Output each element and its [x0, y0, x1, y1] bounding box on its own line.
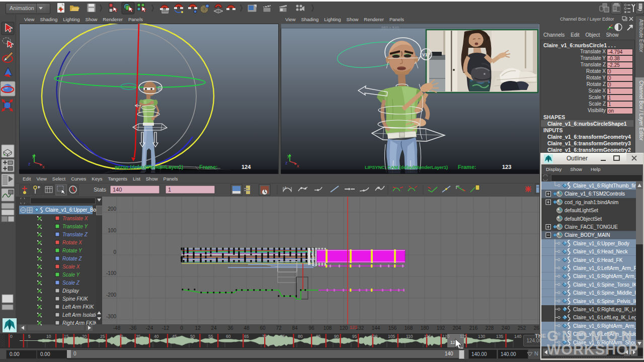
svg-text:120: 120 — [340, 325, 348, 331]
svg-text:Claire_v1_6:Spine_Torso_IK: Claire_v1_6:Spine_Torso_IK — [573, 282, 636, 288]
svg-text:cod_rig_inah1:bindAnim: cod_rig_inah1:bindAnim — [565, 200, 618, 205]
svg-text:10: 10 — [46, 334, 51, 339]
svg-text:-300: -300 — [106, 314, 116, 319]
svg-text:x: x — [297, 163, 299, 168]
svg-text:Rotate Z: Rotate Z — [62, 256, 82, 261]
svg-text:Spine FKIK: Spine FKIK — [62, 296, 89, 302]
svg-text:48: 48 — [244, 325, 250, 331]
svg-text:75: 75 — [280, 334, 285, 339]
svg-text:105: 105 — [388, 334, 395, 339]
svg-text:Frame:: Frame: — [199, 164, 218, 170]
svg-text:1: 1 — [168, 187, 171, 193]
svg-text:50: 50 — [190, 334, 195, 339]
svg-text:12: 12 — [195, 325, 201, 331]
svg-text:A: A — [284, 186, 287, 190]
svg-text:120: 120 — [442, 334, 449, 339]
svg-text:z: z — [285, 160, 288, 165]
svg-text:defaultObjectSet: defaultObjectSet — [565, 216, 602, 222]
svg-text:0: 0 — [10, 334, 13, 339]
svg-text:-36: -36 — [129, 325, 137, 331]
svg-text:Claire_FACE_TONGUE: Claire_FACE_TONGUE — [565, 224, 618, 230]
svg-text:Claire_v1_6:LeftLeg_IK_Leg: Claire_v1_6:LeftLeg_IK_Leg — [573, 315, 636, 320]
svg-text:200: 200 — [108, 206, 116, 212]
svg-text:24: 24 — [211, 325, 217, 331]
svg-text:Left Arm Isolation: Left Arm Isolation — [62, 312, 96, 318]
svg-text:228: 228 — [486, 325, 494, 331]
svg-text:-24: -24 — [146, 325, 153, 331]
svg-text:20: 20 — [82, 334, 87, 339]
svg-text:15: 15 — [64, 334, 69, 339]
svg-text:-100: -100 — [106, 270, 116, 276]
svg-text:90: 90 — [334, 334, 339, 339]
svg-text:y: y — [287, 153, 290, 158]
svg-text:85: 85 — [316, 334, 321, 339]
svg-text:Claire_v1_6:LeftArm_Arm_Pol: Claire_v1_6:LeftArm_Arm_Pol — [573, 265, 636, 271]
svg-text:Claire_BODY_MAIN: Claire_BODY_MAIN — [565, 232, 610, 238]
svg-text:80: 80 — [298, 334, 303, 339]
svg-text:Claire_v1_6:Upper_Body: Claire_v1_6:Upper_Body — [573, 241, 629, 246]
svg-text:Scale Z: Scale Z — [62, 280, 80, 286]
svg-text:264: 264 — [534, 325, 539, 331]
svg-text:144: 144 — [372, 325, 380, 331]
svg-text:persp (defaultRenderLayer1): persp (defaultRenderLayer1) — [115, 164, 183, 170]
svg-text:124: 124 — [242, 164, 251, 170]
svg-text:Claire_v1_6:RightThumb_finge: Claire_v1_6:RightThumb_finge — [573, 183, 636, 189]
svg-text:5: 5 — [28, 334, 31, 339]
svg-text:Claire_v1_6:RightLeg_IK_Leg: Claire_v1_6:RightLeg_IK_Leg — [573, 307, 636, 312]
svg-text:0: 0 — [180, 325, 183, 331]
svg-text:Scale X: Scale X — [62, 264, 80, 269]
svg-text:-12: -12 — [162, 325, 170, 331]
svg-text:defaultLightSet: defaultLightSet — [565, 208, 598, 213]
svg-text:35: 35 — [136, 334, 141, 339]
svg-text:180: 180 — [421, 325, 429, 331]
svg-text:125: 125 — [460, 334, 467, 339]
svg-text:240: 240 — [502, 325, 510, 331]
svg-text:y: y — [32, 153, 35, 158]
svg-text:84: 84 — [292, 325, 298, 331]
svg-text:252: 252 — [518, 325, 526, 331]
svg-text:Claire_v1_6:TSM2Controls: Claire_v1_6:TSM2Controls — [565, 191, 625, 197]
svg-text:60: 60 — [226, 334, 231, 339]
svg-text:Claire_v1_6:Head_Neck: Claire_v1_6:Head_Neck — [573, 249, 628, 254]
svg-text:LIPSYNC_CAM (defaultRenderLaye: LIPSYNC_CAM (defaultRenderLayer1) — [365, 164, 448, 170]
svg-text:Translate X: Translate X — [62, 216, 88, 221]
svg-text:0: 0 — [113, 249, 116, 255]
svg-text:72: 72 — [276, 325, 282, 331]
svg-text:130: 130 — [478, 334, 485, 339]
svg-text:40: 40 — [154, 334, 159, 339]
svg-text:Claire_v1_6:RightArm_Arm_Po: Claire_v1_6:RightArm_Arm_Po — [573, 274, 636, 279]
svg-text:z: z — [28, 161, 31, 166]
svg-text:108: 108 — [324, 325, 332, 331]
svg-text:Display: Display — [62, 288, 79, 294]
svg-text:115: 115 — [424, 334, 431, 339]
svg-text:110: 110 — [406, 334, 413, 339]
svg-text:36: 36 — [227, 325, 233, 331]
svg-text:140: 140 — [113, 187, 122, 193]
svg-text:x: x — [42, 164, 45, 169]
svg-text:192: 192 — [437, 325, 445, 331]
svg-text:-48: -48 — [113, 325, 121, 331]
svg-text:MAYA: MAYA — [5, 329, 13, 332]
svg-text:30: 30 — [118, 334, 123, 339]
svg-text:45: 45 — [172, 334, 177, 339]
svg-text:60: 60 — [260, 325, 266, 331]
svg-text:216: 216 — [469, 325, 478, 331]
svg-text:Claire_v1_6:Head_FK: Claire_v1_6:Head_FK — [573, 257, 623, 263]
svg-text:123: 123 — [350, 325, 357, 330]
svg-text:Stats: Stats — [94, 187, 107, 193]
svg-text:Translate Z: Translate Z — [62, 232, 88, 237]
svg-text:96: 96 — [308, 325, 314, 331]
svg-text:204: 204 — [453, 325, 461, 331]
svg-text:70: 70 — [262, 334, 267, 339]
svg-text:65: 65 — [244, 334, 249, 339]
svg-text:Translate Y: Translate Y — [62, 224, 89, 229]
svg-text:140: 140 — [514, 334, 521, 339]
svg-text:-200: -200 — [106, 292, 116, 298]
svg-text:Left Arm FKIK: Left Arm FKIK — [62, 304, 95, 310]
svg-text:25: 25 — [100, 334, 105, 339]
svg-text:Claire_v1_6:Spine_Pelvis_IK: Claire_v1_6:Spine_Pelvis_IK — [573, 299, 636, 304]
svg-text:156: 156 — [388, 325, 397, 331]
svg-text:95: 95 — [352, 334, 357, 339]
svg-text:Right Arm FKIK: Right Arm FKIK — [62, 320, 96, 326]
svg-text:135: 135 — [496, 334, 503, 339]
